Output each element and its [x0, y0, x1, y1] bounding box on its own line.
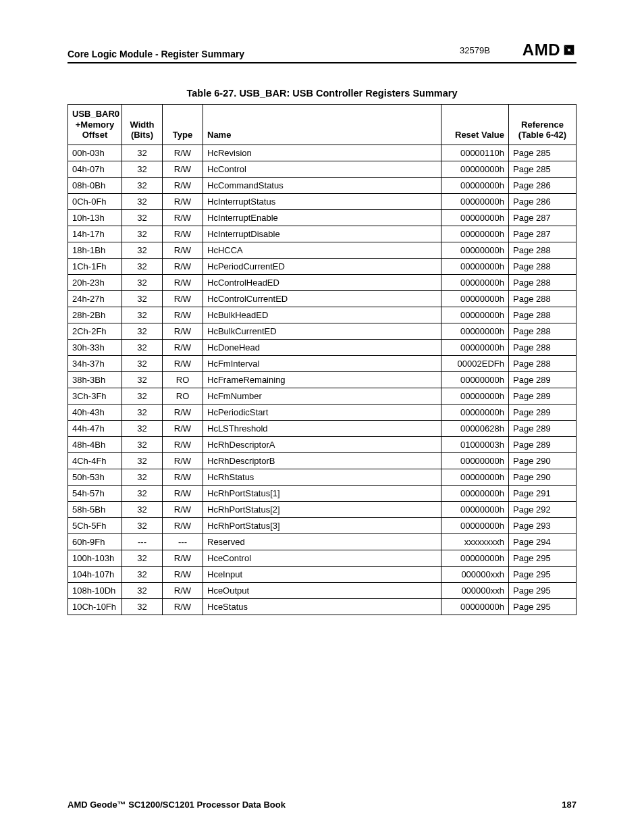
cell-name: HceStatus: [203, 598, 441, 615]
cell-name: HceInput: [203, 566, 441, 582]
cell-reset: 00000000h: [441, 323, 509, 339]
cell-width: 32: [122, 274, 163, 290]
table-row: 04h-07h32R/WHcControl00000000hPage 285: [68, 161, 576, 177]
cell-reference: Page 288: [509, 274, 576, 290]
cell-name: HcRhPortStatus[3]: [203, 517, 441, 533]
cell-reset: 00000000h: [441, 177, 509, 193]
cell-width: 32: [122, 339, 163, 355]
cell-name: HceControl: [203, 550, 441, 566]
cell-reset: 00000000h: [441, 404, 509, 420]
cell-offset: 00h-03h: [68, 145, 122, 161]
table-row: 2Ch-2Fh32R/WHcBulkCurrentED00000000hPage…: [68, 323, 576, 339]
table-row: 3Ch-3Fh32ROHcFmNumber00000000hPage 289: [68, 388, 576, 404]
cell-offset: 20h-23h: [68, 274, 122, 290]
table-row: 00h-03h32R/WHcRevision00000110hPage 285: [68, 145, 576, 161]
page-header: Core Logic Module - Register Summary 325…: [68, 41, 576, 63]
cell-offset: 10Ch-10Fh: [68, 598, 122, 615]
cell-name: HcRhDescriptorB: [203, 452, 441, 469]
cell-name: HcCommandStatus: [203, 177, 441, 193]
cell-reset: 00000000h: [441, 452, 509, 469]
table-row: 10Ch-10Fh32R/WHceStatus00000000hPage 295: [68, 598, 576, 615]
col-header-type: Type: [163, 105, 203, 145]
cell-name: HcFmInterval: [203, 355, 441, 371]
cell-reference: Page 286: [509, 193, 576, 209]
cell-type: R/W: [163, 469, 203, 485]
cell-type: R/W: [163, 420, 203, 436]
cell-offset: 4Ch-4Fh: [68, 452, 122, 469]
cell-width: 32: [122, 290, 163, 307]
cell-offset: 50h-53h: [68, 469, 122, 485]
amd-logo-text: AMD: [522, 41, 560, 59]
cell-offset: 30h-33h: [68, 339, 122, 355]
cell-width: 32: [122, 209, 163, 226]
table-row: 38h-3Bh32ROHcFrameRemaining00000000hPage…: [68, 371, 576, 388]
cell-type: R/W: [163, 193, 203, 209]
table-row: 14h-17h32R/WHcInterruptDisable00000000hP…: [68, 226, 576, 242]
cell-reset: 00000000h: [441, 226, 509, 242]
cell-name: HcInterruptDisable: [203, 226, 441, 242]
amd-arrow-icon: [562, 43, 576, 57]
cell-width: 32: [122, 193, 163, 209]
table-row: 20h-23h32R/WHcControlHeadED00000000hPage…: [68, 274, 576, 290]
cell-width: 32: [122, 501, 163, 517]
cell-width: 32: [122, 242, 163, 258]
cell-width: 32: [122, 258, 163, 274]
cell-offset: 08h-0Bh: [68, 177, 122, 193]
cell-offset: 44h-47h: [68, 420, 122, 436]
cell-offset: 108h-10Dh: [68, 582, 122, 598]
cell-offset: 60h-9Fh: [68, 533, 122, 550]
cell-width: 32: [122, 161, 163, 177]
cell-width: 32: [122, 404, 163, 420]
cell-name: HcHCCA: [203, 242, 441, 258]
cell-reference: Page 285: [509, 145, 576, 161]
cell-type: R/W: [163, 355, 203, 371]
cell-reference: Page 295: [509, 550, 576, 566]
cell-reset: 00000000h: [441, 517, 509, 533]
cell-reset: 00000000h: [441, 371, 509, 388]
cell-reset: 00000000h: [441, 242, 509, 258]
table-body: 00h-03h32R/WHcRevision00000110hPage 2850…: [68, 145, 576, 615]
cell-reference: Page 293: [509, 517, 576, 533]
cell-reset: 00002EDFh: [441, 355, 509, 371]
cell-type: R/W: [163, 404, 203, 420]
cell-reference: Page 290: [509, 452, 576, 469]
cell-reference: Page 289: [509, 404, 576, 420]
table-row: 10h-13h32R/WHcInterruptEnable00000000hPa…: [68, 209, 576, 226]
cell-type: ---: [163, 533, 203, 550]
cell-offset: 04h-07h: [68, 161, 122, 177]
cell-width: 32: [122, 452, 163, 469]
cell-width: 32: [122, 177, 163, 193]
cell-offset: 100h-103h: [68, 550, 122, 566]
page: Core Logic Module - Register Summary 325…: [0, 0, 644, 834]
cell-width: 32: [122, 436, 163, 452]
cell-offset: 24h-27h: [68, 290, 122, 307]
cell-width: 32: [122, 371, 163, 388]
table-row: 40h-43h32R/WHcPeriodicStart00000000hPage…: [68, 404, 576, 420]
cell-reset: 00000000h: [441, 274, 509, 290]
cell-reference: Page 289: [509, 436, 576, 452]
cell-type: R/W: [163, 452, 203, 469]
cell-offset: 40h-43h: [68, 404, 122, 420]
table-row: 24h-27h32R/WHcControlCurrentED00000000hP…: [68, 290, 576, 307]
cell-offset: 38h-3Bh: [68, 371, 122, 388]
cell-reference: Page 288: [509, 355, 576, 371]
table-caption: Table 6-27. USB_BAR: USB Controller Regi…: [68, 88, 576, 99]
cell-reference: Page 287: [509, 209, 576, 226]
cell-reference: Page 289: [509, 420, 576, 436]
table-header-row: USB_BAR0+MemoryOffset Width(Bits) Type N…: [68, 105, 576, 145]
table-row: 28h-2Bh32R/WHcBulkHeadED00000000hPage 28…: [68, 307, 576, 323]
table-row: 104h-107h32R/WHceInput000000xxhPage 295: [68, 566, 576, 582]
table-row: 108h-10Dh32R/WHceOutput000000xxhPage 295: [68, 582, 576, 598]
cell-type: R/W: [163, 501, 203, 517]
cell-name: HcBulkCurrentED: [203, 323, 441, 339]
cell-reference: Page 288: [509, 258, 576, 274]
cell-type: R/W: [163, 242, 203, 258]
cell-type: R/W: [163, 161, 203, 177]
col-header-reference: Reference(Table 6-42): [509, 105, 576, 145]
cell-width: 32: [122, 226, 163, 242]
table-row: 60h-9Fh------ReservedxxxxxxxxhPage 294: [68, 533, 576, 550]
table-row: 48h-4Bh32R/WHcRhDescriptorA01000003hPage…: [68, 436, 576, 452]
cell-reset: 00000000h: [441, 307, 509, 323]
cell-width: 32: [122, 550, 163, 566]
col-header-reset: Reset Value: [441, 105, 509, 145]
